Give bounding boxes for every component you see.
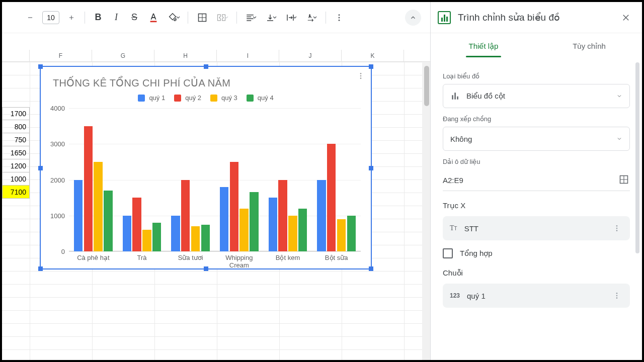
panel-title: Trình chỉnh sửa biểu đồ <box>458 12 612 23</box>
text-rotation-button[interactable] <box>302 10 320 26</box>
svg-point-12 <box>616 293 618 294</box>
chart-panel-icon <box>438 11 451 24</box>
aggregate-label: Tổng hợp <box>460 249 493 258</box>
svg-point-13 <box>616 295 618 297</box>
vertical-scrollbar[interactable] <box>422 62 430 360</box>
vertical-align-button[interactable] <box>262 10 280 26</box>
series-menu-button[interactable] <box>611 290 623 302</box>
chart-type-label: Loại biểu đồ <box>443 72 630 80</box>
text-icon: TT <box>450 224 457 232</box>
bold-button[interactable]: B <box>90 10 106 26</box>
resize-handle[interactable] <box>204 266 208 271</box>
cell[interactable]: 7100 <box>2 186 30 199</box>
data-column: 1700 800 750 1650 1200 1000 7100 <box>2 107 30 199</box>
resize-handle[interactable] <box>369 266 373 271</box>
svg-point-9 <box>616 225 618 227</box>
strikethrough-button[interactable]: S <box>126 10 142 26</box>
svg-point-11 <box>616 230 618 231</box>
merge-button[interactable] <box>213 10 231 26</box>
increase-font-size-button[interactable] <box>63 10 79 26</box>
aggregate-checkbox[interactable] <box>443 248 453 258</box>
resize-handle[interactable] <box>38 266 43 271</box>
chart-plot-area: 01000200030004000Cà phê hạtTràSữa tươiWh… <box>69 108 361 251</box>
chart-type-select[interactable]: Biểu đồ cột <box>443 84 630 108</box>
chevron-down-icon <box>616 93 622 99</box>
borders-button[interactable] <box>193 10 211 26</box>
svg-point-3 <box>339 17 340 18</box>
chart-menu-button[interactable] <box>355 70 367 82</box>
x-axis-select[interactable]: TT STT <box>443 216 630 240</box>
resize-handle[interactable] <box>369 64 373 69</box>
resize-handle[interactable] <box>38 64 43 69</box>
collapse-toolbar-button[interactable] <box>405 10 421 26</box>
chart-title: THỐNG KÊ TỔNG CHI PHÍ CỦA NĂM <box>53 77 230 89</box>
text-wrap-button[interactable] <box>282 10 300 26</box>
tab-setup[interactable]: Thiết lập <box>431 33 536 59</box>
select-range-button[interactable] <box>619 174 630 186</box>
series-item[interactable]: 123 quý 1 <box>443 284 630 308</box>
cell[interactable]: 1650 <box>2 146 30 159</box>
chart-editor-panel: Trình chỉnh sửa biểu đồ Thiết lập Tùy ch… <box>431 2 642 360</box>
cell[interactable]: 1700 <box>2 107 30 120</box>
svg-point-6 <box>360 75 362 77</box>
svg-point-10 <box>616 228 618 229</box>
horizontal-align-button[interactable] <box>242 10 260 26</box>
svg-point-7 <box>360 77 362 79</box>
svg-rect-0 <box>150 21 157 22</box>
data-range-label: Dải ô dữ liệu <box>443 158 630 165</box>
more-toolbar-button[interactable] <box>331 10 347 26</box>
cell[interactable]: 750 <box>2 133 30 146</box>
stacking-select[interactable]: Không <box>443 127 630 151</box>
tab-customize[interactable]: Tùy chỉnh <box>536 33 642 59</box>
resize-handle[interactable] <box>204 64 208 69</box>
cell[interactable]: 800 <box>2 120 30 133</box>
resize-handle[interactable] <box>369 166 373 170</box>
svg-point-4 <box>339 19 340 21</box>
decrease-font-size-button[interactable] <box>22 10 38 26</box>
cell[interactable]: 1200 <box>2 159 30 172</box>
toolbar: 10 B I S <box>2 2 430 33</box>
series-label: Chuỗi <box>443 268 630 278</box>
text-color-button[interactable] <box>144 10 163 26</box>
chart-legend: quý 1quý 2quý 3quý 4 <box>41 94 371 102</box>
italic-button[interactable]: I <box>108 10 124 26</box>
spreadsheet-area[interactable]: F G H I J K 1700 800 750 1650 1200 1000 … <box>2 33 430 360</box>
svg-point-14 <box>616 297 618 299</box>
panel-scrollbar[interactable] <box>635 59 640 360</box>
close-panel-button[interactable] <box>619 11 633 25</box>
svg-point-2 <box>339 14 340 16</box>
stacking-label: Đang xếp chồng <box>443 115 630 123</box>
chevron-down-icon <box>616 136 622 142</box>
fill-color-button[interactable] <box>165 10 183 26</box>
x-axis-label: Trục X <box>443 201 630 210</box>
svg-point-5 <box>360 73 362 74</box>
font-size-input[interactable]: 10 <box>42 11 59 24</box>
data-range-input[interactable]: A2:E9 <box>443 176 463 185</box>
number-icon: 123 <box>450 292 460 299</box>
x-axis-menu-button[interactable] <box>611 222 623 234</box>
resize-handle[interactable] <box>38 166 43 170</box>
bar-chart-icon <box>450 91 460 101</box>
embedded-chart[interactable]: THỐNG KÊ TỔNG CHI PHÍ CỦA NĂM quý 1quý 2… <box>40 66 372 269</box>
cell[interactable]: 1000 <box>2 172 30 186</box>
